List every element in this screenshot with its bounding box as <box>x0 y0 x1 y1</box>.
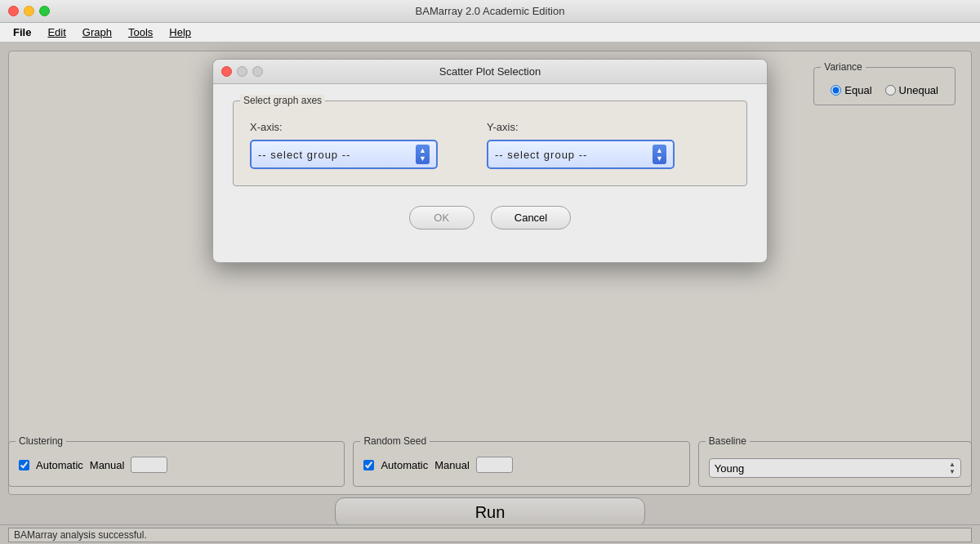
ok-button[interactable]: OK <box>409 206 474 230</box>
x-down-arrow-icon: ▼ <box>419 154 426 163</box>
axes-section: Select graph axes X-axis: -- select grou… <box>233 100 747 186</box>
modal-maximize-button <box>252 66 263 77</box>
modal-minimize-button <box>237 66 247 77</box>
menu-bar: File Edit Graph Tools Help <box>0 23 980 42</box>
y-axis-label: Y-axis: <box>487 121 675 133</box>
x-axis-value: -- select group -- <box>258 149 350 161</box>
x-axis-arrows: ▲ ▼ <box>416 145 430 164</box>
axes-row: X-axis: -- select group -- ▲ ▼ <box>250 121 730 169</box>
close-button[interactable] <box>8 6 19 16</box>
y-axis-value: -- select group -- <box>495 149 587 161</box>
modal-title: Scatter Plot Selection <box>439 65 541 78</box>
title-bar: BAMarray 2.0 Academic Edition <box>0 0 980 23</box>
modal-close-button[interactable] <box>221 66 232 77</box>
axes-section-title: Select graph axes <box>240 95 325 106</box>
y-down-arrow-icon: ▼ <box>656 154 663 163</box>
cancel-button[interactable]: Cancel <box>491 206 571 230</box>
modal-buttons: OK Cancel <box>233 206 747 230</box>
y-axis-arrows: ▲ ▼ <box>653 145 666 164</box>
scatter-plot-modal: Scatter Plot Selection Select graph axes… <box>212 59 768 263</box>
menu-file[interactable]: File <box>7 25 38 40</box>
menu-graph[interactable]: Graph <box>76 25 118 40</box>
x-axis-label: X-axis: <box>250 121 438 133</box>
y-up-arrow-icon: ▲ <box>656 146 663 154</box>
modal-title-bar: Scatter Plot Selection <box>213 60 767 84</box>
app-title: BAMarray 2.0 Academic Edition <box>416 5 565 17</box>
y-axis-select[interactable]: -- select group -- ▲ ▼ <box>487 140 675 169</box>
window-controls[interactable] <box>8 6 50 16</box>
x-axis-select[interactable]: -- select group -- ▲ ▼ <box>250 140 438 169</box>
modal-window-controls[interactable] <box>221 66 263 77</box>
x-up-arrow-icon: ▲ <box>419 146 426 154</box>
maximize-button[interactable] <box>39 6 50 16</box>
modal-body: Select graph axes X-axis: -- select grou… <box>213 84 767 246</box>
app-area: Variance Equal Unequal Super Clustering … <box>0 42 980 544</box>
menu-help[interactable]: Help <box>163 25 198 40</box>
modal-overlay: Scatter Plot Selection Select graph axes… <box>0 42 980 544</box>
menu-tools[interactable]: Tools <box>122 25 159 40</box>
y-axis-group: Y-axis: -- select group -- ▲ ▼ <box>487 121 675 169</box>
menu-edit[interactable]: Edit <box>41 25 72 40</box>
minimize-button[interactable] <box>24 6 34 16</box>
x-axis-group: X-axis: -- select group -- ▲ ▼ <box>250 121 438 169</box>
